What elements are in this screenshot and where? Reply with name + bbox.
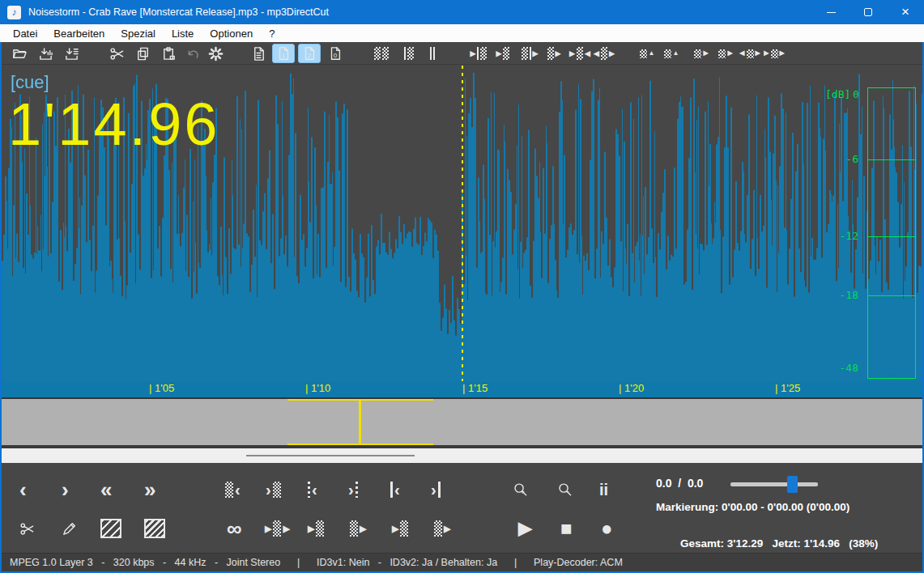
menu-item-?[interactable]: ? [261,26,283,41]
undo-button[interactable] [181,44,204,63]
edit-button[interactable] [62,515,77,542]
meter-level-tick [888,375,897,377]
minimize-icon [827,12,836,13]
app-icon: ♪ [7,6,21,19]
ruler-tick: | 1'20 [619,382,644,394]
prev-selection-edge-button[interactable]: ‹ [225,476,241,503]
selection-view-button[interactable] [370,44,393,63]
meter-line-6db [868,159,915,160]
stop-button[interactable]: ■ [560,515,573,542]
pause-detect-2-button[interactable]: ▶▶ [763,44,786,63]
close-icon: × [901,4,909,20]
prev-cue-button[interactable]: ‹ [308,476,317,503]
meter-line-12db [868,236,915,237]
scrollbar-thumb[interactable] [246,455,415,456]
set-begin-button[interactable]: ▶ [467,44,490,63]
maximize-button[interactable] [849,0,887,24]
toolbar: 120▶▶▶▶▶◀◀▶▲▲▶▶◀▶▶▶ [2,42,922,65]
set-end-button[interactable]: ▶ [518,44,541,63]
record-button[interactable]: ● [601,515,613,542]
auto-crop-1-button[interactable]: ▲ [636,44,658,63]
current-time-display: 1'14.96 [8,90,219,159]
status-bar: MPEG 1.0 Layer 3 - 320 kbps - 44 kHz - J… [2,553,922,571]
pause-detect-1-button[interactable]: ◀▶ [739,44,761,63]
mp3directcut-window: ♪ Noisestorm - Crab Rave [Monstercat Rel… [0,0,924,573]
play-around-selection-button[interactable]: ▶▶ [265,515,290,542]
auto-cue-2-button[interactable]: ▶ [714,44,737,63]
play-to-selection-button[interactable]: ▶ [308,515,324,542]
open-button[interactable] [8,44,31,63]
mark-light-button[interactable] [100,515,121,542]
menu-item-spezial[interactable]: Spezial [113,26,164,41]
transport-panel: 0.0 / 0.0 Markierung: 0'00.00 - 0'00.00 … [2,463,922,553]
svg-text:1: 1 [282,52,286,59]
play-pre-button[interactable]: ▶ [392,515,408,542]
play-from-selection-button[interactable]: ▶ [350,515,366,542]
speed-slider-thumb[interactable] [787,476,798,493]
pause-button[interactable] [421,44,444,63]
loop-button[interactable]: ∞ [227,515,242,542]
percent-position: (38%) [849,537,878,550]
position-indicator [359,401,361,444]
db-zero-label: 0 [853,88,859,100]
selection-button[interactable] [398,44,420,63]
mark-dense-button[interactable] [144,515,165,542]
level-meter [867,87,916,379]
next-cue-button[interactable]: › [348,476,358,503]
trim-in-button[interactable]: ▶◀ [568,44,591,63]
speed-value: 0.0 / 0.0 [656,477,703,490]
ruler-tick: | 1'15 [462,382,488,394]
time-ruler[interactable]: | 1'05| 1'10| 1'15| 1'20| 1'25 [2,381,922,397]
window-title: Noisestorm - Crab Rave [Monstercat Relea… [28,6,812,18]
maximize-icon [864,8,872,16]
go-start-button[interactable]: ‹ [390,476,400,503]
step-back-button[interactable]: ‹ [19,476,27,503]
ruler-tick: | 1'25 [775,382,800,394]
menu-item-optionen[interactable]: Optionen [202,26,261,41]
cut-selection-button[interactable] [19,515,35,542]
pause-detection-button[interactable]: ii [599,476,608,503]
layer-2-button[interactable]: 2 [298,44,321,63]
meter-line-18db [868,295,915,296]
save-list-button[interactable] [60,44,83,63]
trim-out-button[interactable]: ◀▶ [593,44,615,63]
view-window-indicator[interactable] [287,399,433,445]
cut-button[interactable] [105,44,128,63]
jump-back-button[interactable]: « [100,476,112,503]
jump-forward-button[interactable]: » [144,476,155,503]
copy-button[interactable] [131,44,154,63]
auto-crop-2-button[interactable]: ▲ [660,44,683,63]
layer-1-button[interactable]: 1 [272,44,295,63]
scrollbar-strip[interactable] [2,448,922,463]
selection-info: Markierung: 0'00.00 - 0'00.00 (0'00.00) [656,501,849,513]
settings-button[interactable] [204,44,227,63]
layer-0-button[interactable]: 0 [324,44,347,63]
menu-item-bearbeiten[interactable]: Bearbeiten [45,26,113,41]
auto-cue-1-button[interactable]: ▶ [690,44,713,63]
next-selection-edge-button[interactable]: › [266,476,281,503]
total-time: Gesamt: 3'12.29 [680,537,763,550]
play-post-button[interactable]: ▶ [434,515,450,542]
paste-button[interactable] [157,44,180,63]
waveform-area[interactable]: [cue] 1'14.96 [dB] 0 -6-12-18-48 [2,66,922,381]
ruler-tick: | 1'05 [149,382,174,394]
zoom-out-button[interactable] [557,476,573,503]
speed-slider-track[interactable] [730,482,818,486]
file-info-button[interactable] [247,44,270,63]
current-time: Jetzt: 1'14.96 [773,537,841,550]
menu-bar: DateiBearbeitenSpezialListeOptionen? [0,24,924,42]
menu-item-liste[interactable]: Liste [164,26,202,41]
step-forward-button[interactable]: › [62,476,69,503]
close-button[interactable]: × [887,0,924,24]
set-end2-button[interactable]: ▶ [543,44,565,63]
title-bar: ♪ Noisestorm - Crab Rave [Monstercat Rel… [0,0,924,24]
svg-text:0: 0 [334,52,338,59]
minimize-button[interactable] [812,0,849,24]
play-button[interactable]: ▶ [518,515,532,542]
zoom-in-button[interactable] [513,476,528,503]
menu-item-datei[interactable]: Datei [5,26,45,41]
go-end-button[interactable]: › [431,476,441,503]
overview-navigation-strip[interactable] [2,399,922,445]
set-begin2-button[interactable]: ▶ [492,44,514,63]
save-audio-button[interactable] [34,44,57,63]
